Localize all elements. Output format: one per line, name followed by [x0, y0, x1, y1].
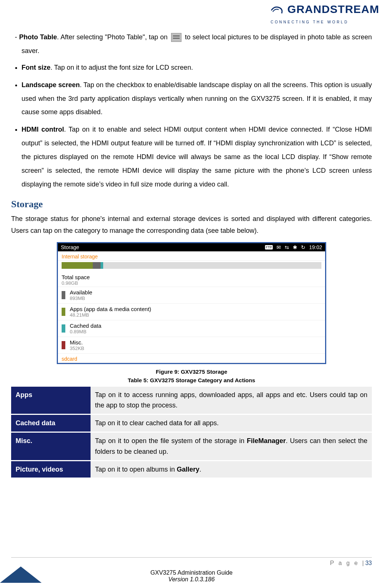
total-value: 0.98GB	[62, 280, 321, 286]
cat-desc: Tap on it to access running apps, downlo…	[91, 387, 372, 414]
screenshot-title: Storage	[61, 244, 79, 250]
figure-caption: Figure 9: GXV3275 Storage	[11, 369, 372, 375]
photo-table-pre: . After selecting "Photo Table", tap on	[57, 33, 169, 41]
cat-desc: Tap on it to clear cached data for all a…	[91, 415, 372, 432]
row-label: Misc.	[70, 339, 84, 346]
page-no: 33	[365, 560, 372, 566]
cat-desc: Tap on it to open albums in Gallery.	[91, 461, 372, 478]
table-row: Picture, videos Tap on it to open albums…	[11, 461, 372, 478]
swatch-icon	[62, 324, 65, 333]
clock-text: 19:02	[309, 244, 322, 250]
page-header: GRANDSTREAM CONNECTING THE WORLD	[0, 0, 383, 25]
hdmi-text: . Tap on it to enable and select HDMI ou…	[22, 126, 372, 188]
list-item[interactable]: Available893MB	[58, 287, 325, 303]
brand-name: GRANDSTREAM	[287, 3, 379, 15]
footer-line2: Version 1.0.3.186	[11, 576, 372, 583]
row-label: Cached data	[70, 323, 101, 329]
screenshot-section-internal: Internal storage	[58, 251, 325, 261]
swatch-icon	[62, 308, 65, 316]
page-footer: P a g e |33 GXV3275 Administration Guide…	[11, 557, 372, 583]
category-table: Apps Tap on it to access running apps, d…	[11, 386, 372, 479]
bar-segment-free	[103, 262, 321, 269]
brand-logo-icon	[271, 5, 283, 17]
screenshot-total: Total space 0.98GB	[58, 272, 325, 287]
photo-table-title: Photo Table	[19, 33, 57, 41]
bullet-hdmi: HDMI control. Tap on it to enable and se…	[22, 123, 372, 191]
cat-desc-text: Tap on it to clear cached data for all a…	[95, 419, 219, 427]
cat-desc-text: Tap on it to open albums in	[95, 466, 177, 473]
row-value: 352KB	[70, 346, 84, 351]
hdmi-title: HDMI control	[22, 126, 64, 133]
list-item[interactable]: Misc.352KB	[58, 337, 325, 353]
screenshot-status-icons: FTP ✉ ⇆ ✱ ↻ 19:02	[265, 244, 322, 250]
swatch-icon	[62, 291, 65, 299]
ftp-icon: FTP	[265, 245, 273, 250]
table-row: Apps Tap on it to access running apps, d…	[11, 387, 372, 414]
row-label: Available	[70, 289, 92, 295]
network-icon: ⇆	[285, 244, 289, 250]
bullet-list: Font size. Tap on it to adjust the font …	[11, 61, 372, 191]
row-value: 893MB	[70, 295, 92, 301]
row-value: 48.21MB	[70, 312, 151, 318]
table-caption: Table 5: GXV3275 Storage Category and Ac…	[11, 377, 372, 383]
footer-triangle-icon	[0, 566, 42, 583]
page-number: P a g e |33	[11, 560, 372, 566]
storage-usage-bar	[62, 262, 321, 269]
table-row: Cached data Tap on it to clear cached da…	[11, 415, 372, 432]
cat-desc: Tap on it to open the file system of the…	[91, 433, 372, 460]
swatch-icon	[62, 341, 65, 349]
brand-tagline: CONNECTING THE WORLD	[271, 20, 348, 24]
list-item[interactable]: Apps (app data & media content)48.21MB	[58, 303, 325, 320]
bar-segment-apps	[62, 262, 93, 269]
row-label: Apps (app data & media content)	[70, 306, 151, 312]
screenshot-section-sdcard: sdcard	[58, 353, 325, 363]
bar-segment-available	[93, 262, 101, 269]
cat-desc-text: Tap on it to access running apps, downlo…	[95, 391, 367, 409]
footer-line1: GXV3275 Administration Guide	[11, 569, 372, 576]
mail-icon: ✉	[276, 244, 281, 250]
cat-header: Picture, videos	[11, 461, 91, 478]
row-value: 0.89MB	[70, 329, 101, 334]
bullet-font-size: Font size. Tap on it to adjust the font …	[22, 61, 372, 75]
font-size-title: Font size	[22, 64, 50, 71]
settings-slider-icon	[171, 33, 181, 42]
landscape-title: Landscape screen	[22, 81, 80, 89]
cat-header: Cached data	[11, 415, 91, 432]
bullet-photo-table: Photo Table. After selecting "Photo Tabl…	[22, 30, 372, 58]
table-row: Misc. Tap on it to open the file system …	[11, 433, 372, 460]
bullet-landscape: Landscape screen. Tap on the checkbox to…	[22, 78, 372, 119]
sync-icon: ↻	[301, 244, 305, 250]
page-content: Photo Table. After selecting "Photo Tabl…	[11, 30, 372, 479]
footer-rule	[11, 557, 372, 558]
bluetooth-icon: ✱	[293, 244, 297, 250]
list-item[interactable]: Cached data0.89MB	[58, 320, 325, 337]
storage-heading: Storage	[11, 199, 372, 210]
storage-intro: The storage status for phone's internal …	[11, 213, 372, 237]
storage-screenshot: Storage FTP ✉ ⇆ ✱ ↻ 19:02 Internal stora…	[57, 242, 326, 364]
cat-desc-bold: Gallery	[177, 466, 199, 473]
cat-header: Misc.	[11, 433, 91, 460]
cat-desc-text: Tap on it to open the file system of the…	[95, 437, 247, 445]
brand-block: GRANDSTREAM CONNECTING THE WORLD	[271, 3, 379, 25]
total-label: Total space	[62, 274, 321, 280]
cat-header: Apps	[11, 387, 91, 414]
cat-desc-bold: FileManager	[247, 437, 286, 445]
bar-segment-cached	[101, 262, 103, 269]
page-label: P a g e |	[330, 560, 365, 566]
cat-desc-text: .	[199, 466, 201, 473]
screenshot-titlebar: Storage FTP ✉ ⇆ ✱ ↻ 19:02	[58, 243, 325, 251]
font-size-text: . Tap on it to adjust the font size for …	[50, 64, 193, 71]
